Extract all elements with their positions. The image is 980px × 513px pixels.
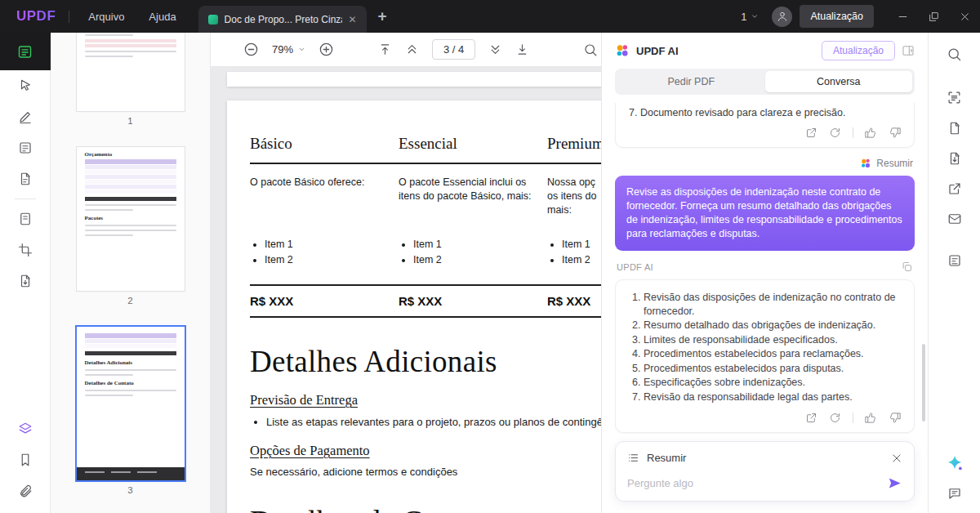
quick-action-row[interactable]: Resumir	[617, 158, 913, 169]
close-icon	[960, 11, 970, 22]
thumbs-down-icon[interactable]	[889, 127, 901, 139]
titlebar-divider	[69, 11, 69, 23]
thumb-decor	[85, 180, 176, 184]
chat-history: 7. Documento revisado para clareza e pre…	[602, 103, 928, 438]
convert-tool[interactable]	[0, 265, 50, 297]
paperclip-icon	[18, 484, 33, 498]
bookmarks-tool[interactable]	[0, 444, 50, 475]
tab-pedir-pdf[interactable]: Pedir PDF	[617, 71, 765, 92]
table-item: Item 2	[562, 252, 601, 268]
zoom-in-button[interactable]	[318, 42, 334, 57]
thumb-decor	[85, 333, 176, 338]
table-item: Item 1	[562, 237, 601, 252]
thumbnail-page-3[interactable]: Detalhes Adicionais Detalhes de Contato	[77, 327, 185, 480]
thumbs-up-icon[interactable]	[865, 127, 877, 139]
regenerate-icon[interactable]	[829, 412, 841, 424]
select-tool[interactable]	[0, 70, 50, 101]
email-tool[interactable]	[929, 203, 980, 234]
ocr-tool[interactable]	[929, 83, 980, 113]
zoom-out-button[interactable]	[243, 42, 259, 57]
regenerate-icon[interactable]	[829, 127, 841, 139]
thumb-decor	[85, 339, 176, 343]
zoom-out-icon	[243, 42, 259, 57]
crop-tool[interactable]	[0, 234, 50, 265]
thumbnail-page-1[interactable]: Escopo do Trabalho	[77, 33, 185, 111]
response-actions	[629, 127, 901, 139]
profile-count: 1	[741, 11, 746, 23]
pricing-table-prices: R$ XXX R$ XXX R$ XXX	[250, 286, 601, 316]
export-document-tool[interactable]	[929, 143, 980, 173]
document-tool[interactable]	[929, 113, 980, 143]
previous-response-card: 7. Documento revisado para clareza e pre…	[615, 103, 915, 148]
search-tool[interactable]	[929, 39, 980, 69]
maximize-button[interactable]	[918, 0, 949, 33]
panel-collapse-icon[interactable]	[902, 44, 915, 57]
update-button[interactable]: Atualização	[800, 5, 874, 28]
first-page-button[interactable]	[378, 42, 392, 56]
form-fields-icon	[947, 253, 962, 268]
user-message-bubble: Revise as disposições de indenização nes…	[615, 176, 915, 251]
document-tab[interactable]: Doc de Propo... Preto Cinza ✕	[198, 6, 367, 33]
layers-tool[interactable]	[0, 413, 50, 444]
menu-ajuda[interactable]: Ajuda	[136, 11, 188, 23]
page-indicator[interactable]: 3 / 4	[432, 39, 475, 60]
thumbnail-page-2[interactable]: Orçamento Pacotes	[77, 147, 185, 291]
avatar[interactable]	[772, 7, 792, 27]
export-response-icon[interactable]	[805, 127, 817, 139]
quick-action-label: Resumir	[876, 158, 913, 169]
minimize-button[interactable]	[887, 0, 918, 33]
export-response-icon[interactable]	[805, 412, 817, 424]
profile-count-dropdown[interactable]: 1	[741, 11, 759, 23]
thumbs-down-icon[interactable]	[889, 412, 901, 424]
copy-icon[interactable]	[901, 261, 913, 273]
comments-tool[interactable]	[929, 478, 980, 508]
tab-conversa[interactable]: Conversa	[765, 71, 913, 92]
form-fields-tool[interactable]	[929, 245, 980, 275]
column-price: R$ XXX	[547, 294, 601, 308]
close-button[interactable]	[949, 0, 980, 33]
ai-update-button[interactable]: Atualização	[822, 41, 895, 60]
previous-page-button[interactable]	[405, 42, 419, 56]
edit-pdf-tool[interactable]	[0, 132, 50, 163]
reader-mode-tool[interactable]	[0, 33, 51, 70]
thumb-decor	[85, 395, 133, 396]
annotate-tool[interactable]	[0, 101, 50, 132]
document-canvas[interactable]: Básico Essencial Premium O pacote Básico…	[211, 67, 601, 513]
organize-pages-tool[interactable]	[0, 203, 50, 234]
thumb-decor	[85, 165, 176, 169]
chat-input[interactable]	[627, 477, 880, 489]
thumb-decor	[85, 230, 176, 231]
updf-ai-logo-icon	[860, 158, 871, 169]
updf-ai-tool[interactable]	[929, 448, 980, 478]
pricing-table-header: Básico Essencial Premium	[250, 135, 601, 153]
chat-scrollbar[interactable]	[922, 344, 925, 422]
thumb-decor	[85, 204, 176, 206]
toolbar-divider	[15, 199, 36, 199]
form-tool[interactable]	[0, 163, 50, 194]
response-item: Procedimentos estabelecidos para reclama…	[644, 347, 901, 361]
tab-close-icon[interactable]: ✕	[349, 14, 357, 25]
left-toolbar	[0, 33, 51, 513]
composer-close-icon[interactable]	[891, 453, 902, 464]
send-icon[interactable]	[887, 475, 902, 491]
table-rule	[250, 316, 601, 318]
thumbs-up-icon[interactable]	[865, 412, 877, 424]
zoom-level-dropdown[interactable]: 79%	[272, 43, 305, 56]
thumb-decor	[77, 467, 185, 480]
table-item: Item 1	[413, 237, 534, 252]
document-tab-title: Doc de Propo... Preto Cinza	[225, 14, 342, 25]
thumb-decor	[85, 185, 176, 189]
section-heading: Detalhes Adicionais	[250, 344, 601, 379]
menu-arquivo[interactable]: Arquivo	[76, 11, 136, 23]
share-tool[interactable]	[929, 173, 980, 203]
new-tab-button[interactable]: +	[367, 7, 399, 25]
page-number-label: 1	[51, 116, 210, 126]
attachments-tool[interactable]	[0, 475, 50, 506]
next-page-button[interactable]	[488, 42, 502, 56]
composer-quick-action: Resumir	[627, 452, 902, 464]
last-page-button[interactable]	[515, 42, 529, 56]
thumb-subheading: Detalhes de Contato	[85, 380, 176, 386]
summarize-list-icon	[627, 452, 639, 464]
document-bullet: Liste as etapas relevantes para o projet…	[266, 415, 601, 430]
search-button[interactable]	[583, 42, 598, 57]
